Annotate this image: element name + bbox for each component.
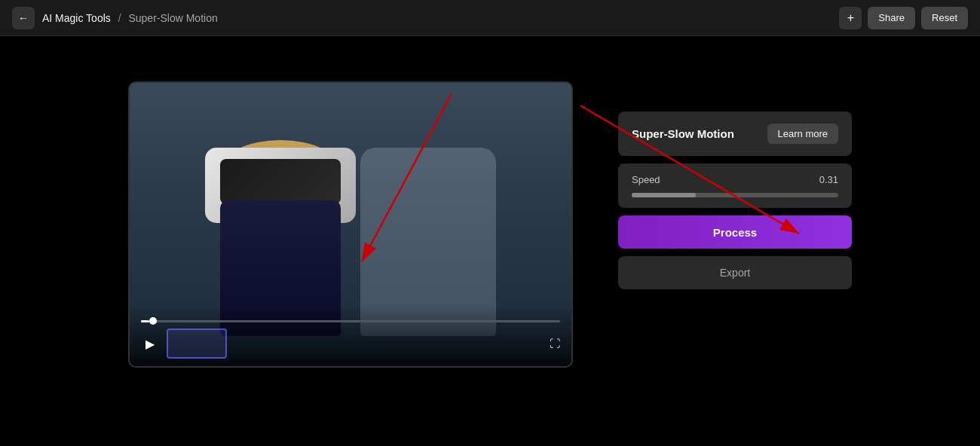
speed-row: Speed 0.31 (632, 174, 838, 185)
progress-dot (149, 317, 157, 325)
back-button[interactable]: ← (12, 7, 35, 29)
child-figure (190, 125, 386, 336)
speed-slider-fill (632, 193, 696, 197)
plus-button[interactable]: + (839, 7, 862, 29)
video-controls: ▶ ⛶ (130, 305, 571, 366)
speed-value: 0.31 (819, 174, 838, 185)
side-panel: Super-Slow Motion Learn more Speed 0.31 … (618, 112, 852, 289)
fullscreen-icon: ⛶ (550, 338, 560, 350)
play-icon: ▶ (145, 337, 155, 351)
export-button[interactable]: Export (618, 256, 852, 289)
play-button[interactable]: ▶ (141, 334, 159, 353)
progress-fill (141, 320, 149, 322)
process-button[interactable]: Process (618, 215, 852, 249)
breadcrumb: AI Magic Tools / Super-Slow Motion (42, 12, 218, 24)
breadcrumb-separator: / (118, 12, 121, 24)
breadcrumb-parent[interactable]: AI Magic Tools (42, 12, 111, 24)
share-button[interactable]: Share (868, 7, 915, 29)
plus-icon: + (847, 11, 854, 25)
progress-bar[interactable] (141, 320, 560, 322)
topbar: ← AI Magic Tools / Super-Slow Motion + S… (0, 0, 980, 36)
fullscreen-button[interactable]: ⛶ (550, 338, 560, 350)
panel-title: Super-Slow Motion (632, 127, 734, 140)
learn-more-button[interactable]: Learn more (767, 124, 838, 144)
topbar-left: ← AI Magic Tools / Super-Slow Motion (12, 7, 218, 29)
panel-header: Super-Slow Motion Learn more (618, 112, 852, 156)
controls-row: ▶ ⛶ (141, 328, 560, 359)
speed-control-panel: Speed 0.31 (618, 163, 852, 208)
timeline-selection-box (167, 328, 227, 359)
main-content: ▶ ⛶ Super-Slow Motion Learn more Speed 0… (0, 36, 980, 368)
reset-button[interactable]: Reset (921, 7, 968, 29)
breadcrumb-current: Super-Slow Motion (128, 12, 217, 24)
video-player[interactable]: ▶ ⛶ (128, 81, 573, 368)
back-icon: ← (18, 12, 29, 24)
speed-slider[interactable] (632, 193, 838, 197)
controls-left: ▶ (141, 328, 227, 359)
topbar-right: + Share Reset (839, 7, 968, 29)
speed-label: Speed (632, 174, 660, 185)
